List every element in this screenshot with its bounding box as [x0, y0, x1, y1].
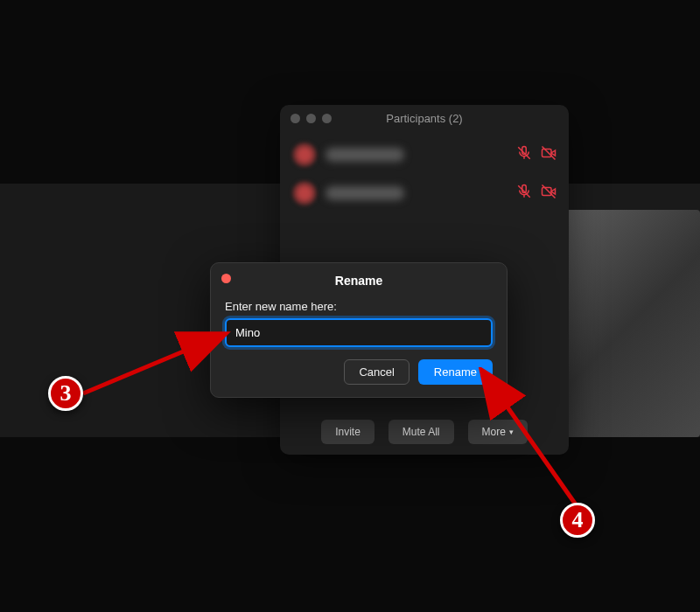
- cancel-button[interactable]: Cancel: [344, 359, 409, 385]
- minimize-window-button[interactable]: [306, 114, 316, 123]
- avatar: [292, 143, 317, 167]
- invite-button[interactable]: Invite: [321, 420, 374, 444]
- participant-row[interactable]: [280, 136, 569, 174]
- avatar: [292, 181, 317, 205]
- participants-list: [280, 136, 569, 212]
- dialog-label: Enter new name here:: [225, 300, 493, 313]
- mic-muted-icon: [516, 145, 532, 164]
- participant-name: [326, 148, 404, 162]
- mic-muted-icon: [516, 184, 532, 203]
- mute-all-button[interactable]: Mute All: [388, 420, 454, 444]
- annotation-step-4: 4: [560, 503, 595, 538]
- dialog-title: Rename: [225, 272, 493, 288]
- more-button[interactable]: More ▾: [468, 420, 528, 444]
- camera-off-icon: [541, 145, 556, 164]
- background-thumbnail: [560, 210, 700, 437]
- more-label: More: [482, 426, 506, 438]
- chevron-down-icon: ▾: [509, 428, 514, 436]
- window-controls[interactable]: [290, 114, 332, 123]
- rename-confirm-button[interactable]: Rename: [418, 359, 493, 385]
- camera-off-icon: [541, 184, 556, 203]
- participant-row[interactable]: [280, 174, 569, 212]
- participant-name: [326, 186, 404, 200]
- rename-dialog: Rename Enter new name here: Cancel Renam…: [210, 262, 508, 398]
- close-window-button[interactable]: [290, 114, 300, 123]
- rename-input[interactable]: [225, 318, 493, 347]
- maximize-window-button[interactable]: [322, 114, 332, 123]
- participants-footer: Invite Mute All More ▾: [280, 420, 569, 444]
- close-dialog-button[interactable]: [221, 274, 231, 283]
- annotation-step-3: 3: [48, 376, 83, 411]
